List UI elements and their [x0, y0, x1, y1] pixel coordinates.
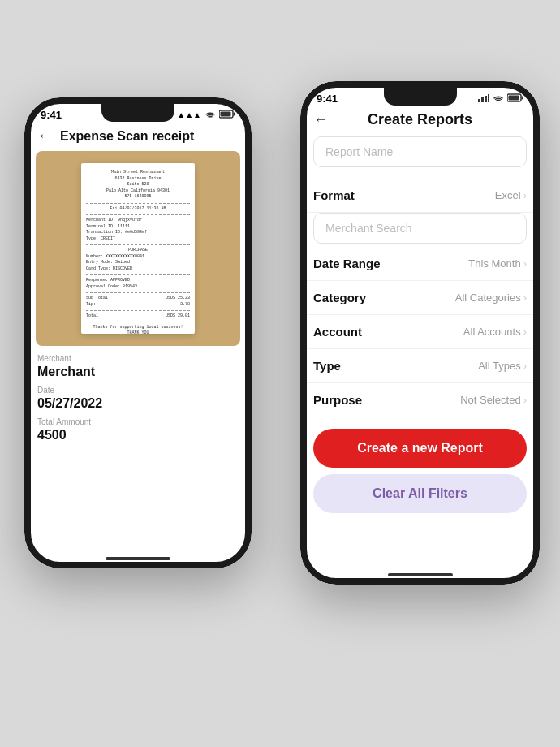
- right-screen-title: Create Reports: [336, 111, 504, 128]
- left-screen-title: Expense Scan receipt: [60, 129, 194, 144]
- receipt-approval: Approval Code: 819543: [86, 284, 190, 291]
- type-chevron-icon: ›: [523, 360, 527, 372]
- time-right: 9:41: [317, 93, 338, 105]
- date-range-chevron-icon: ›: [523, 257, 527, 270]
- svg-rect-5: [485, 96, 487, 102]
- format-value-container: Excel ›: [495, 189, 527, 201]
- purpose-row[interactable]: Purpose Not Selected ›: [300, 383, 540, 417]
- receipt-thanks: Thanks for supporting local business!: [86, 325, 190, 331]
- svg-rect-9: [509, 96, 519, 101]
- receipt-transaction-id: Transaction ID: #e6d598ef: [86, 230, 190, 236]
- date-range-value-container: This Month ›: [468, 257, 527, 270]
- receipt-suite: Suite 528: [86, 182, 190, 188]
- date-range-row[interactable]: Date Range This Month ›: [300, 247, 540, 281]
- receipt-divider-5: [86, 292, 190, 293]
- create-report-button[interactable]: Create a new Report: [313, 429, 527, 468]
- format-value: Excel: [495, 189, 521, 201]
- receipt-divider-1: [86, 203, 190, 204]
- receipt-subtotal: Sub Total USD$ 25.23: [86, 296, 190, 302]
- type-row[interactable]: Type All Types ›: [300, 349, 540, 383]
- date-range-value: This Month: [468, 257, 520, 270]
- left-header: ← Expense Scan receipt: [24, 124, 252, 151]
- receipt-purchase: PURCHASE: [86, 248, 190, 254]
- merchant-value: Merchant: [37, 365, 239, 379]
- back-button-right[interactable]: ←: [313, 111, 328, 128]
- date-range-label: Date Range: [313, 257, 381, 270]
- signal-icon-left: ▲▲▲: [177, 110, 201, 119]
- account-value-container: All Accounts ›: [463, 326, 527, 338]
- purpose-label: Purpose: [313, 393, 362, 407]
- svg-rect-2: [221, 112, 231, 117]
- account-label: Account: [313, 325, 362, 339]
- format-row[interactable]: Format Excel ›: [300, 179, 540, 213]
- category-value: All Categories: [455, 291, 521, 304]
- svg-rect-6: [488, 94, 489, 102]
- status-icons-right: [478, 93, 523, 104]
- clear-filters-button[interactable]: Clear All Filters: [313, 474, 527, 513]
- report-name-input[interactable]: Report Name: [313, 136, 527, 167]
- receipt-divider-3: [86, 244, 190, 245]
- receipt-number: Number: XXXXXXXXXXXX0041: [86, 254, 190, 261]
- receipt-restaurant: Main Street Restaurant: [86, 170, 190, 176]
- account-row[interactable]: Account All Accounts ›: [300, 315, 540, 349]
- purpose-value-container: Not Selected ›: [460, 394, 527, 406]
- receipt-card: Card Type: DISCOVER: [86, 266, 190, 273]
- back-button-left[interactable]: ←: [37, 127, 52, 145]
- type-value-container: All Types ›: [478, 360, 527, 372]
- home-bar-right: [388, 573, 453, 576]
- type-value: All Types: [478, 360, 521, 372]
- merchant-label: Merchant: [37, 354, 239, 363]
- receipt-response: Response: APPROVED: [86, 278, 190, 284]
- signal-icon-right: [478, 94, 489, 104]
- svg-rect-8: [522, 97, 523, 100]
- time-left: 9:41: [41, 109, 62, 121]
- svg-rect-4: [481, 97, 484, 102]
- receipt-phone: 575-1628095: [86, 194, 190, 201]
- receipt-total: Total USD$ 29.01: [86, 313, 190, 320]
- category-row[interactable]: Category All Categories ›: [300, 281, 540, 315]
- date-value: 05/27/2022: [37, 396, 239, 411]
- receipt-tip: Tip: 3.78: [86, 302, 190, 309]
- wifi-icon-left: [205, 110, 216, 120]
- scene: 9:41 ▲▲▲ ← Expense Scan receipt Main Str…: [0, 0, 560, 747]
- info-section: Merchant Merchant Date 05/27/2022 Total …: [24, 346, 252, 452]
- receipt-entry: Entry Mode: Swiped: [86, 260, 190, 266]
- category-label: Category: [313, 291, 366, 304]
- format-label: Format: [313, 188, 355, 202]
- purpose-value: Not Selected: [460, 394, 520, 406]
- status-icons-left: ▲▲▲: [177, 110, 235, 120]
- amount-label: Total Ammount: [37, 417, 239, 426]
- receipt-divider-6: [86, 310, 190, 311]
- receipt-divider-4: [86, 274, 190, 275]
- battery-icon-right: [507, 93, 523, 104]
- receipt-thank-you: THANK YOU: [86, 330, 190, 337]
- left-phone: 9:41 ▲▲▲ ← Expense Scan receipt Main Str…: [24, 97, 252, 568]
- merchant-search-input[interactable]: Merchant Search: [313, 213, 527, 244]
- wifi-icon-right: [493, 94, 504, 104]
- purpose-chevron-icon: ›: [523, 394, 527, 406]
- account-value: All Accounts: [463, 326, 521, 338]
- receipt-city: Palo Alto California 94301: [86, 188, 190, 195]
- receipt-merchant-id: Merchant ID: 9hqjxvufdr: [86, 218, 190, 224]
- category-chevron-icon: ›: [523, 291, 527, 304]
- receipt-terminal-id: Terminal ID: 11111: [86, 224, 190, 231]
- format-chevron-icon: ›: [523, 189, 527, 201]
- amount-value: 4500: [37, 428, 239, 443]
- right-phone: 9:41 ← Create Reports Report Name: [300, 81, 540, 585]
- notch-right: [384, 88, 457, 106]
- receipt-divider-2: [86, 214, 190, 215]
- home-bar-left: [106, 557, 170, 560]
- type-label: Type: [313, 359, 341, 373]
- receipt-image: Main Street Restaurant 6332 Business Dri…: [36, 151, 240, 346]
- receipt-address: 6332 Business Drive: [86, 176, 190, 183]
- notch-left: [101, 104, 174, 122]
- receipt-type: Type: CREDIT: [86, 236, 190, 243]
- category-value-container: All Categories ›: [455, 291, 527, 304]
- battery-icon-left: [219, 110, 235, 120]
- svg-rect-1: [234, 113, 235, 116]
- svg-rect-3: [478, 99, 480, 102]
- date-label: Date: [37, 386, 239, 395]
- receipt-paper: Main Street Restaurant 6332 Business Dri…: [81, 163, 195, 334]
- account-chevron-icon: ›: [523, 326, 527, 338]
- right-header: ← Create Reports: [300, 108, 540, 136]
